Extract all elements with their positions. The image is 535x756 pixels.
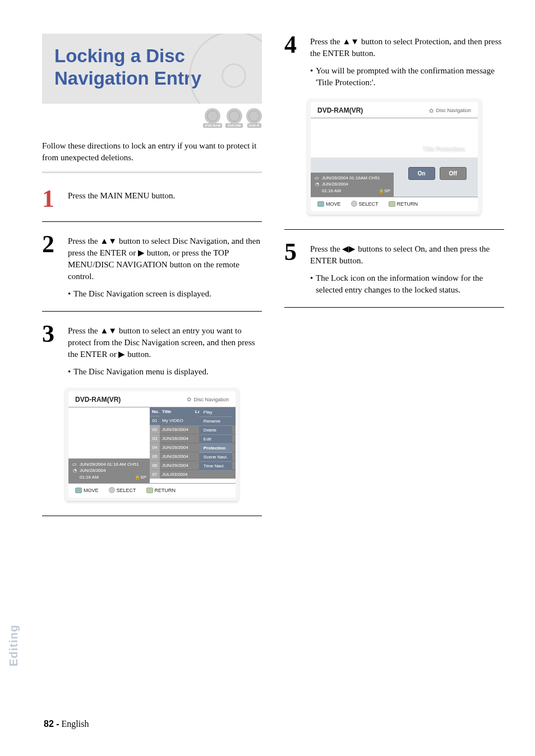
osd-title-protection: DVD-RAM(VR) Disc Navigation Title Protec… [307, 99, 481, 215]
osd1-menu-item: Play [199, 408, 232, 417]
separator [42, 311, 262, 312]
osd1-menu-item: Scene Navi. [199, 453, 232, 462]
step-number-1: 1 [42, 188, 60, 210]
osd2-foot-return: RETURN [389, 201, 418, 207]
select-key-icon [351, 201, 357, 207]
osd1-info-panel: ▭JUN/28/2004 01:16 AM CH51 ◔JUN/28/2004 … [68, 459, 150, 483]
return-key-icon [389, 201, 395, 207]
step-5-text: Press the ◀▶ buttons to select On, and t… [310, 244, 490, 265]
osd1-menu-item: Time Navi. [199, 462, 232, 471]
return-key-icon [146, 488, 153, 493]
page-title-block: Locking a Disc Navigation Entry [42, 34, 262, 104]
osd2-info-panel: ▭JUN/28/2004 01:16AM CH51 ◔JUN/28/2004 0… [311, 173, 394, 197]
step-number-2: 2 [42, 233, 60, 300]
step-3: 3 Press the ▲▼ button to select an entry… [42, 323, 262, 378]
protection-label: Title Protection: [423, 146, 465, 152]
step-number-3: 3 [42, 323, 60, 378]
step-5-bullet: The Lock icon on the information window … [310, 272, 504, 296]
osd1-header-right: Disc Navigation [187, 396, 229, 402]
osd1-preview-thumbnail [68, 407, 150, 459]
step-4: 4 Press the ▲▼ button to select Protecti… [284, 34, 504, 89]
badge-dvd-ram: DVD-RAM [203, 108, 222, 128]
osd1-context-menu: PlayRenameDeleteEditProtectionScene Navi… [199, 408, 232, 471]
protection-off-button[interactable]: Off [440, 167, 467, 180]
page-number: 82 - English [44, 719, 89, 729]
step-3-bullet: The Disc Navigation menu is displayed. [68, 366, 262, 378]
section-label: Editing [7, 624, 20, 666]
step-1-text: Press the MAIN MENU button. [68, 188, 262, 210]
separator [42, 516, 262, 516]
step-2-text: Press the ▲▼ button to select Disc Navig… [68, 236, 260, 281]
select-key-icon [109, 487, 115, 493]
osd1-foot-select: SELECT [109, 487, 136, 493]
disc-type-badges: DVD-RAM DVD-RW DVD-R [42, 108, 262, 128]
calendar-icon: ▭ [72, 461, 77, 467]
step-number-4: 4 [284, 34, 302, 89]
osd1-foot-return: RETURN [146, 488, 176, 493]
lock-icon: 🔒 [379, 188, 384, 193]
badge-dvd-rw: DVD-RW [225, 108, 243, 128]
step-4-text: Press the ▲▼ button to select Protection… [310, 37, 501, 58]
osd-disc-navigation: DVD-RAM(VR) Disc Navigation ▭JUN/28/2004… [65, 388, 239, 501]
osd1-row: 07JUL/03/2004 [150, 470, 236, 479]
step-2-bullet: The Disc Navigation screen is displayed. [68, 288, 262, 300]
step-5: 5 Press the ◀▶ buttons to select On, and… [284, 241, 504, 296]
clock-icon: ◔ [72, 468, 77, 474]
separator [284, 229, 504, 230]
step-4-bullet: You will be prompted with the confirmati… [310, 65, 504, 89]
lock-icon: 🔒 [135, 475, 140, 480]
protection-on-button[interactable]: On [408, 167, 435, 180]
separator [42, 221, 262, 222]
separator [284, 307, 504, 308]
separator [42, 171, 262, 173]
step-1: 1 Press the MAIN MENU button. [42, 188, 262, 210]
osd2-foot-move: MOVE [317, 201, 341, 207]
osd1-foot-move: MOVE [75, 488, 99, 493]
osd2-header-left: DVD-RAM(VR) [317, 106, 363, 114]
nav-key-icon [75, 488, 82, 493]
osd1-menu-item: Delete [199, 426, 232, 435]
osd1-menu-item: Protection [199, 444, 232, 453]
intro-text: Follow these directions to lock an entry… [42, 140, 262, 164]
nav-key-icon [317, 201, 324, 207]
step-3-text: Press the ▲▼ button to select an entry y… [68, 326, 255, 359]
calendar-icon: ▭ [314, 175, 320, 180]
osd2-header-right: Disc Navigation [429, 108, 471, 114]
step-2: 2 Press the ▲▼ button to select Disc Nav… [42, 233, 262, 300]
osd1-header-left: DVD-RAM(VR) [75, 396, 121, 403]
step-number-5: 5 [284, 241, 302, 296]
badge-dvd-r: DVD-R [246, 108, 262, 128]
clock-icon: ◔ [314, 181, 320, 187]
osd2-foot-select: SELECT [351, 201, 379, 207]
osd1-menu-item: Rename [199, 417, 232, 426]
osd1-menu-item: Edit [199, 435, 232, 444]
disc-graphic [189, 34, 262, 104]
